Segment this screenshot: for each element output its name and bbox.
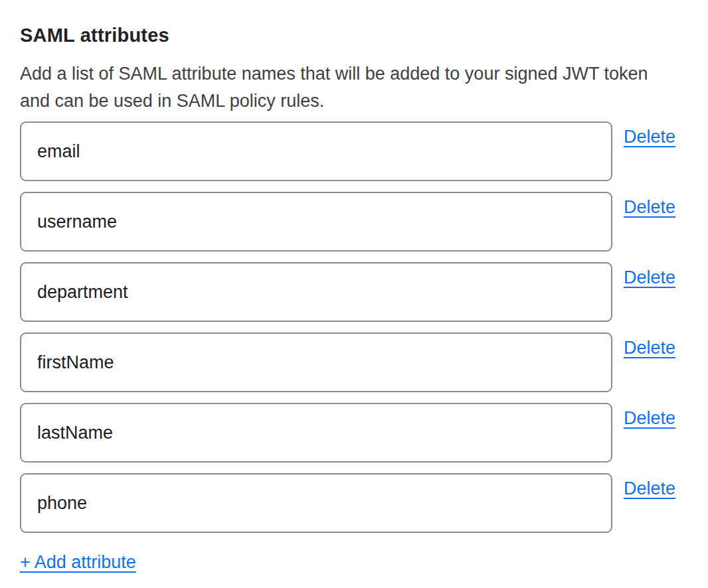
attribute-row: Delete [20, 473, 679, 533]
add-attribute-row: + Add attribute [20, 551, 679, 573]
delete-cell: Delete [624, 403, 675, 429]
attribute-input[interactable] [20, 473, 612, 533]
delete-link[interactable]: Delete [624, 197, 675, 217]
add-attribute-link[interactable]: + Add attribute [20, 552, 136, 572]
attribute-input[interactable] [20, 121, 612, 181]
delete-cell: Delete [624, 121, 675, 147]
delete-cell: Delete [624, 262, 675, 288]
attribute-row: Delete [20, 262, 679, 322]
delete-link[interactable]: Delete [624, 338, 675, 358]
delete-link[interactable]: Delete [624, 127, 675, 147]
attribute-input[interactable] [20, 262, 612, 322]
delete-cell: Delete [624, 332, 675, 358]
delete-link[interactable]: Delete [624, 267, 675, 287]
page-description: Add a list of SAML attribute names that … [20, 60, 679, 115]
attribute-row: Delete [20, 403, 679, 463]
attribute-input[interactable] [20, 332, 612, 392]
delete-link[interactable]: Delete [624, 408, 675, 428]
attribute-row: Delete [20, 192, 679, 252]
attribute-rows: Delete Delete Delete Delete Delete Delet… [20, 121, 679, 533]
attribute-input[interactable] [20, 403, 612, 463]
attribute-row: Delete [20, 121, 679, 181]
saml-attributes-section: SAML attributes Add a list of SAML attri… [0, 0, 708, 573]
delete-cell: Delete [624, 192, 675, 218]
delete-cell: Delete [624, 473, 675, 499]
page-title: SAML attributes [20, 24, 679, 46]
attribute-row: Delete [20, 332, 679, 392]
delete-link[interactable]: Delete [624, 478, 675, 498]
attribute-input[interactable] [20, 192, 612, 252]
